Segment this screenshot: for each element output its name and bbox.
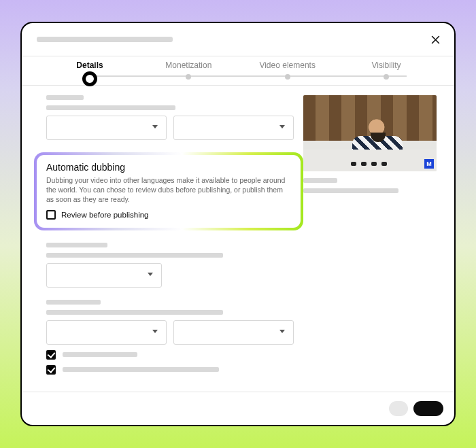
form-column: Automatic dubbing Dubbing your video int…	[46, 95, 294, 375]
step-monetization[interactable]: Monetization	[148, 56, 229, 80]
select-field[interactable]	[46, 320, 167, 345]
chevron-down-icon	[279, 125, 285, 128]
step-details[interactable]: Details	[49, 56, 131, 86]
checkbox-checked-icon	[46, 365, 56, 375]
video-thumbnail[interactable]: M	[303, 95, 437, 171]
option-checkbox-2[interactable]	[46, 365, 294, 375]
field-label-placeholder	[46, 95, 84, 100]
preview-column: M	[303, 95, 439, 375]
review-before-publishing-checkbox[interactable]: Review before publishing	[46, 210, 291, 220]
meta-placeholder	[303, 188, 398, 193]
checkbox-checked-icon	[46, 350, 56, 360]
field-label-placeholder	[46, 243, 107, 247]
select-field[interactable]	[173, 320, 294, 345]
meta-placeholder	[303, 178, 337, 183]
step-dot-icon	[186, 74, 191, 80]
step-visibility[interactable]: Visibility	[345, 56, 427, 80]
step-dot-icon	[384, 74, 389, 80]
select-field[interactable]	[173, 116, 294, 140]
field-hint-placeholder	[46, 310, 223, 315]
dialog-title-placeholder	[37, 37, 173, 42]
stepper: Details Monetization Video elements Visi…	[22, 56, 454, 85]
chevron-down-icon	[279, 330, 285, 333]
checkbox-label: Review before publishing	[61, 211, 149, 219]
step-dot-icon	[82, 71, 97, 86]
thumbnail-badge: M	[424, 159, 434, 169]
checkbox-icon	[46, 210, 56, 220]
auto-dubbing-title: Automatic dubbing	[46, 162, 291, 173]
step-label: Visibility	[371, 61, 401, 70]
next-button[interactable]	[413, 401, 443, 416]
dialog-footer	[22, 392, 454, 425]
auto-dubbing-card: Automatic dubbing Dubbing your video int…	[37, 155, 301, 228]
step-video-elements[interactable]: Video elements	[247, 56, 328, 80]
close-icon	[430, 34, 441, 46]
option-checkbox-1[interactable]	[46, 350, 294, 360]
chevron-down-icon	[152, 125, 158, 128]
field-hint-placeholder	[46, 253, 223, 258]
chevron-down-icon	[148, 273, 153, 276]
dialog-body: Automatic dubbing Dubbing your video int…	[22, 90, 454, 392]
select-field[interactable]	[46, 263, 162, 288]
upload-dialog: Details Monetization Video elements Visi…	[20, 22, 456, 426]
back-button[interactable]	[389, 401, 408, 416]
step-dot-icon	[285, 74, 290, 80]
dialog-header	[22, 23, 454, 56]
select-field[interactable]	[46, 116, 167, 140]
step-label: Details	[76, 61, 103, 70]
checkbox-label-placeholder	[63, 352, 137, 357]
auto-dubbing-highlight: Automatic dubbing Dubbing your video int…	[34, 152, 303, 230]
close-button[interactable]	[428, 33, 442, 46]
chevron-down-icon	[152, 330, 158, 333]
field-label-placeholder	[46, 300, 101, 305]
step-label: Monetization	[165, 61, 211, 70]
auto-dubbing-description: Dubbing your video into other languages …	[46, 175, 291, 205]
step-label: Video elements	[259, 61, 316, 70]
checkbox-label-placeholder	[63, 367, 219, 372]
field-hint-placeholder	[46, 105, 175, 110]
